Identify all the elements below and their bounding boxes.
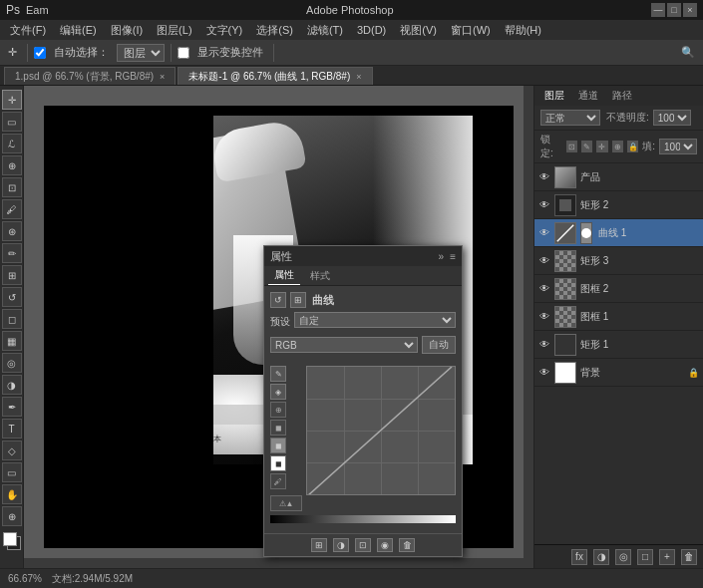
layer-eye-product[interactable]: 👁 (538, 171, 550, 183)
menu-3d[interactable]: 3D(D) (351, 22, 392, 38)
layer-background[interactable]: 👁 背景 🔒 (534, 359, 703, 387)
group-button[interactable]: □ (637, 549, 653, 565)
tab-1-close[interactable]: × (356, 72, 361, 82)
menu-help[interactable]: 帮助(H) (499, 21, 547, 40)
curve-gray-point[interactable]: ◼ (270, 438, 286, 453)
panel-menu-icon[interactable]: ≡ (450, 251, 456, 262)
adjustment-button[interactable]: ◎ (615, 549, 631, 565)
curves-reset-icon[interactable]: ↺ (270, 292, 286, 308)
lock-artboard[interactable]: ⊕ (612, 141, 623, 152)
fx-button[interactable]: fx (571, 549, 587, 565)
menu-image[interactable]: 图像(I) (105, 21, 149, 40)
curve-black-point[interactable]: ◼ (270, 420, 286, 436)
new-layer-button[interactable]: + (659, 549, 675, 565)
add-node-icon[interactable]: ⊞ (311, 538, 327, 552)
move-tool[interactable]: ✛ (2, 90, 22, 110)
layer-eye-rect2[interactable]: 👁 (538, 199, 550, 211)
dodge-tool[interactable]: ◑ (2, 375, 22, 395)
horizontal-scrollbar[interactable] (24, 558, 533, 568)
layers-tab[interactable]: 图层 (538, 87, 570, 105)
clip-mask-icon[interactable]: ⊡ (355, 538, 371, 552)
curve-draw-icon[interactable]: ✎ (270, 366, 286, 382)
lock-position[interactable]: ✛ (596, 141, 607, 152)
pen-tool[interactable]: ✒ (2, 397, 22, 417)
curve-graph[interactable] (306, 366, 456, 495)
preset-select[interactable]: 自定 默认值 (294, 312, 456, 328)
panel-tab-style[interactable]: 样式 (304, 267, 336, 285)
menu-window[interactable]: 窗口(W) (445, 21, 497, 40)
brush-tool[interactable]: ✏ (2, 243, 22, 263)
layer-rect1[interactable]: 👁 矩形 1 (534, 331, 703, 359)
gradient-tool[interactable]: ▦ (2, 331, 22, 351)
curve-sample-icon[interactable]: ⊕ (270, 402, 286, 418)
rect-select-tool[interactable]: ▭ (2, 112, 22, 132)
layer-eye-rect1[interactable]: 👁 (538, 339, 550, 351)
hand-tool[interactable]: ✋ (2, 484, 22, 504)
curve-white-point[interactable]: ◼ (270, 455, 286, 471)
fill-select[interactable]: 100% (659, 139, 697, 154)
lasso-tool[interactable]: ℒ (2, 134, 22, 153)
curve-point-icon[interactable]: ◈ (270, 384, 286, 400)
lock-image[interactable]: ✎ (581, 141, 592, 152)
heal-tool[interactable]: ⊛ (2, 221, 22, 241)
color-swatch[interactable] (3, 532, 21, 550)
auto-select-dropdown[interactable]: 图层 组 (117, 44, 165, 62)
layer-product[interactable]: 👁 产品 (534, 163, 703, 191)
layer-curves1[interactable]: 👁 曲线 1 (534, 219, 703, 247)
panel-tab-properties[interactable]: 属性 (268, 266, 300, 285)
layer-rect3[interactable]: 👁 矩形 3 (534, 247, 703, 275)
type-tool[interactable]: T (2, 419, 22, 439)
layer-frame2[interactable]: 👁 图框 2 (534, 275, 703, 303)
eyedropper-tool[interactable]: 🖋 (2, 199, 22, 219)
tab-1[interactable]: 未标题-1 @ 66.7% (曲线 1, RGB/8#) × (177, 67, 372, 85)
crop-tool[interactable]: ⊡ (2, 177, 22, 197)
zoom-tool[interactable]: ⊕ (2, 506, 22, 526)
auto-button[interactable]: 自动 (422, 336, 456, 354)
lock-transparency[interactable]: ⊡ (566, 141, 577, 152)
tab-0[interactable]: 1.psd @ 66.7% (背景, RGB/8#) × (4, 67, 176, 85)
layer-eye-frame2[interactable]: 👁 (538, 283, 550, 295)
layer-eye-rect3[interactable]: 👁 (538, 255, 550, 267)
layer-eye-curves1[interactable]: 👁 (538, 227, 550, 239)
delete-icon[interactable]: 🗑 (399, 538, 415, 552)
layer-eye-bg[interactable]: 👁 (538, 367, 550, 379)
eraser-tool[interactable]: ◻ (2, 309, 22, 329)
minimize-button[interactable]: — (651, 3, 665, 17)
maximize-button[interactable]: □ (667, 3, 681, 17)
layer-eye-frame1[interactable]: 👁 (538, 311, 550, 323)
menu-edit[interactable]: 编辑(E) (54, 21, 103, 40)
blur-tool[interactable]: ◎ (2, 353, 22, 373)
layer-rect2[interactable]: 👁 矩形 2 (534, 191, 703, 219)
shape-tool[interactable]: ▭ (2, 462, 22, 482)
curves-clip-icon[interactable]: ⊞ (290, 292, 306, 308)
opacity-select[interactable]: 100% (653, 110, 691, 126)
add-mask-button[interactable]: ◑ (593, 549, 609, 565)
menu-view[interactable]: 视图(V) (394, 21, 443, 40)
history-brush-tool[interactable]: ↺ (2, 287, 22, 307)
transform-checkbox[interactable] (177, 47, 189, 59)
clone-tool[interactable]: ⊞ (2, 265, 22, 285)
tab-0-close[interactable]: × (160, 72, 165, 82)
lock-all[interactable]: 🔒 (627, 141, 638, 152)
channel-select[interactable]: RGB 红 绿 蓝 (270, 337, 418, 353)
search-icon[interactable]: 🔍 (677, 44, 699, 61)
channels-tab[interactable]: 通道 (572, 87, 604, 105)
layer-frame1[interactable]: 👁 图框 1 (534, 303, 703, 331)
menu-file[interactable]: 文件(F) (4, 21, 52, 40)
quick-select-tool[interactable]: ⊕ (2, 155, 22, 175)
auto-select-checkbox[interactable] (34, 47, 46, 59)
mask-icon[interactable]: ◑ (333, 538, 349, 552)
delete-layer-button[interactable]: 🗑 (681, 549, 697, 565)
paths-tab[interactable]: 路径 (606, 87, 638, 105)
menu-select[interactable]: 选择(S) (250, 21, 299, 40)
vertical-scrollbar[interactable] (524, 86, 533, 568)
path-tool[interactable]: ◇ (2, 441, 22, 460)
menu-layer[interactable]: 图层(L) (151, 21, 197, 40)
blend-mode-select[interactable]: 正常 溶解 正片叠底 (540, 110, 600, 126)
curve-eyedropper[interactable]: 🖋 (270, 473, 286, 489)
visibility-icon[interactable]: ◉ (377, 538, 393, 552)
menu-filter[interactable]: 滤镜(T) (301, 21, 349, 40)
panel-expand-icon[interactable]: » (439, 251, 445, 262)
close-button[interactable]: × (683, 3, 697, 17)
menu-type[interactable]: 文字(Y) (200, 21, 249, 40)
